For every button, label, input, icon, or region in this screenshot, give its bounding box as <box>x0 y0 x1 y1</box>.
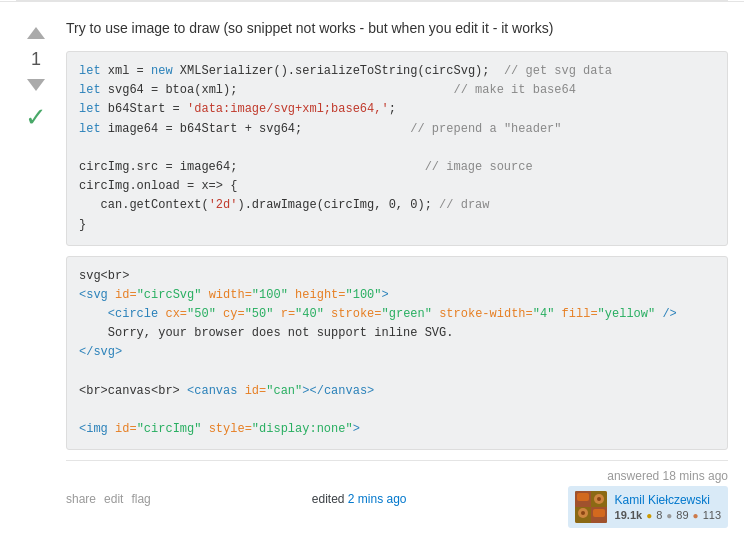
user-card-wrapper: answered 18 mins ago <box>568 469 728 528</box>
answer-title: Try to use image to draw (so snippet not… <box>66 18 728 39</box>
svg-marker-0 <box>27 27 45 39</box>
code-block-html: svg<br> <svg id="circSvg" width="100" he… <box>66 256 728 451</box>
svg-rect-5 <box>577 493 589 501</box>
gold-badge: ● <box>646 510 652 521</box>
vote-column: 1 ✓ <box>16 18 56 540</box>
user-reputation: 19.1k ● 8 ● 89 ● 113 <box>615 509 721 521</box>
edited-info: edited 2 mins ago <box>312 492 407 506</box>
silver-count: 89 <box>676 509 688 521</box>
svg-point-9 <box>581 511 585 515</box>
share-link[interactable]: share <box>66 492 96 506</box>
answered-info: answered 18 mins ago <box>607 469 728 483</box>
answer-body: Try to use image to draw (so snippet not… <box>56 18 728 540</box>
post-footer: share edit flag edited 2 mins ago answer… <box>66 460 728 540</box>
user-info: Kamil Kiełczewski 19.1k ● 8 ● 89 ● 113 <box>615 493 721 521</box>
flag-link[interactable]: flag <box>131 492 150 506</box>
downvote-button[interactable] <box>22 74 50 96</box>
vote-count: 1 <box>31 48 41 70</box>
post-actions: share edit flag <box>66 492 151 506</box>
bronze-count: 113 <box>703 509 721 521</box>
edit-link[interactable]: edit <box>104 492 123 506</box>
avatar <box>575 491 607 523</box>
silver-badge: ● <box>666 510 672 521</box>
accepted-checkmark: ✓ <box>25 104 47 130</box>
gold-count: 8 <box>656 509 662 521</box>
user-name[interactable]: Kamil Kiełczewski <box>615 493 721 507</box>
edited-label: edited <box>312 492 345 506</box>
code-block-javascript: let xml = new XMLSerializer().serializeT… <box>66 51 728 246</box>
edited-time[interactable]: 2 mins ago <box>348 492 407 506</box>
answer-container: 1 ✓ Try to use image to draw (so snippet… <box>0 1 744 540</box>
svg-rect-6 <box>593 509 605 517</box>
bronze-badge: ● <box>693 510 699 521</box>
user-card: Kamil Kiełczewski 19.1k ● 8 ● 89 ● 113 <box>568 486 728 528</box>
upvote-button[interactable] <box>22 22 50 44</box>
rep-score: 19.1k <box>615 509 643 521</box>
svg-marker-1 <box>27 79 45 91</box>
svg-point-10 <box>597 497 601 501</box>
